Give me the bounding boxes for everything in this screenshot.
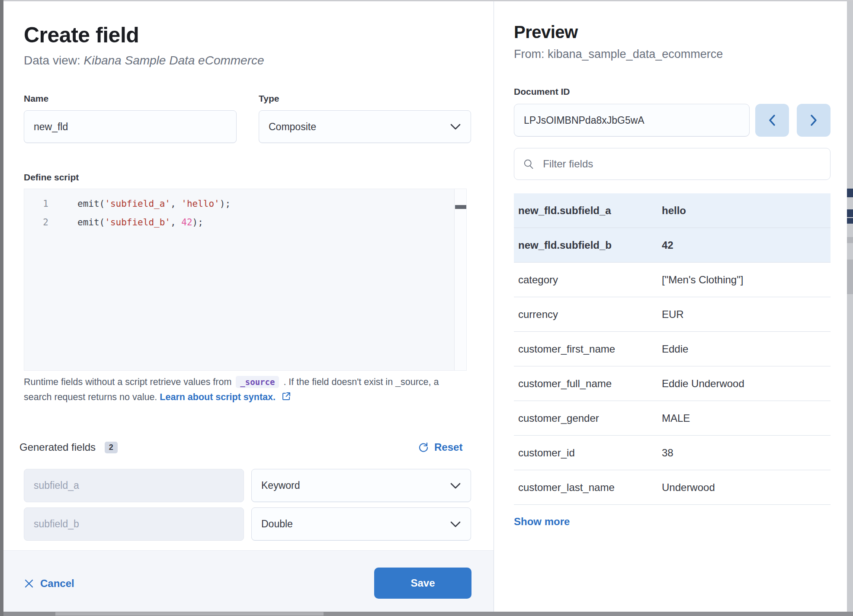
preview-row[interactable]: customer_full_name Eddie Underwood bbox=[514, 366, 831, 401]
preview-row[interactable]: customer_last_name Underwood bbox=[514, 470, 831, 505]
preview-field-value: 42 bbox=[662, 239, 826, 251]
source-code-chip: _source bbox=[236, 376, 279, 388]
scrollbar-thumb[interactable] bbox=[55, 612, 324, 616]
preview-field-name: customer_id bbox=[518, 447, 662, 459]
script-code-editor[interactable]: 1 emit('subfield_a', 'hello'); 2 emit('s… bbox=[24, 189, 467, 371]
preview-from-line: From: kibana_sample_data_ecommerce bbox=[514, 48, 723, 61]
generated-fields-heading: Generated fields 2 bbox=[19, 441, 118, 453]
generated-fields-count-badge: 2 bbox=[105, 442, 118, 453]
generated-field-name-input: subfield_a bbox=[24, 469, 244, 502]
page-right-edge bbox=[847, 1, 853, 612]
next-document-button[interactable] bbox=[797, 104, 831, 137]
reset-label: Reset bbox=[434, 441, 462, 453]
document-id-value[interactable] bbox=[524, 115, 740, 126]
preview-field-name: customer_last_name bbox=[518, 481, 662, 494]
generated-field-type-select[interactable]: Keyword bbox=[251, 469, 471, 502]
preview-field-value: MALE bbox=[662, 412, 826, 424]
preview-row[interactable]: customer_first_name Eddie bbox=[514, 332, 831, 366]
page-title: Create field bbox=[24, 22, 139, 48]
chevron-right-icon bbox=[809, 114, 818, 127]
code-token: ( bbox=[99, 217, 105, 228]
name-label: Name bbox=[24, 93, 48, 104]
preview-row[interactable]: customer_id 38 bbox=[514, 436, 831, 470]
reset-button[interactable]: Reset bbox=[418, 441, 462, 453]
editor-scrollbar-thumb[interactable] bbox=[455, 205, 466, 209]
preview-field-name: new_fld.subfield_b bbox=[518, 239, 662, 251]
code-token: ); bbox=[220, 199, 231, 209]
editor-scrollbar[interactable] bbox=[454, 189, 466, 370]
code-token: ( bbox=[99, 199, 105, 209]
chevron-down-icon bbox=[450, 482, 461, 489]
preview-title: Preview bbox=[514, 22, 578, 42]
show-more-link[interactable]: Show more bbox=[514, 516, 570, 528]
preview-row[interactable]: category ["Men's Clothing"] bbox=[514, 263, 831, 297]
preview-field-value: 38 bbox=[662, 447, 826, 459]
line-number: 1 bbox=[24, 199, 48, 209]
script-lines: 1 emit('subfield_a', 'hello'); 2 emit('s… bbox=[24, 189, 466, 231]
type-label: Type bbox=[259, 93, 279, 104]
generated-field-type: Keyword bbox=[261, 480, 300, 491]
preview-field-name: customer_full_name bbox=[518, 378, 662, 390]
code-token: , bbox=[170, 217, 181, 228]
document-id-label: Document ID bbox=[514, 87, 570, 97]
page-left-edge bbox=[0, 0, 3, 616]
horizontal-scrollbar[interactable] bbox=[3, 612, 853, 616]
refresh-icon bbox=[418, 442, 429, 453]
generated-field-name: subfield_a bbox=[34, 480, 79, 491]
field-name-input[interactable] bbox=[24, 110, 237, 143]
preview-field-name: category bbox=[518, 274, 662, 286]
preview-fields-table: new_fld.subfield_a hello new_fld.subfiel… bbox=[514, 193, 831, 505]
preview-row[interactable]: new_fld.subfield_b 42 bbox=[514, 228, 831, 263]
script-line: 1 emit('subfield_a', 'hello'); bbox=[24, 194, 466, 213]
preview-field-value: ["Men's Clothing"] bbox=[662, 274, 826, 286]
cancel-button[interactable]: Cancel bbox=[24, 578, 74, 590]
field-name-input-value[interactable] bbox=[34, 121, 227, 133]
preview-field-name: currency bbox=[518, 308, 662, 321]
document-id-input[interactable] bbox=[514, 104, 750, 137]
preview-field-value: Eddie Underwood bbox=[662, 378, 826, 390]
background-fragment bbox=[847, 260, 853, 294]
chevron-down-icon bbox=[450, 123, 461, 130]
background-fragment bbox=[847, 218, 853, 224]
line-number: 2 bbox=[24, 217, 48, 228]
generated-fields-label: Generated fields bbox=[19, 441, 96, 453]
field-type-select[interactable]: Composite bbox=[259, 110, 471, 143]
preview-field-name: new_fld.subfield_a bbox=[518, 205, 662, 217]
script-help-text: Runtime fields without a script retrieve… bbox=[24, 375, 462, 405]
data-view-name: Kibana Sample Data eCommerce bbox=[84, 54, 264, 67]
code-token: emit bbox=[77, 199, 99, 209]
help-text-before: Runtime fields without a script retrieve… bbox=[24, 377, 231, 387]
data-view-subtitle: Data view: Kibana Sample Data eCommerce bbox=[24, 54, 264, 67]
code-token: 'hello' bbox=[181, 199, 220, 209]
previous-document-button[interactable] bbox=[755, 104, 789, 137]
preview-row[interactable]: customer_gender MALE bbox=[514, 401, 831, 436]
generated-field-name-input: subfield_b bbox=[24, 507, 244, 541]
data-view-label: Data view: bbox=[24, 54, 84, 67]
code-token: 42 bbox=[181, 217, 192, 228]
define-script-label: Define script bbox=[24, 172, 79, 183]
generated-field-type-select[interactable]: Double bbox=[251, 507, 471, 541]
filter-fields-input[interactable] bbox=[514, 148, 831, 180]
save-label: Save bbox=[410, 577, 435, 589]
create-field-flyout: Create field Data view: Kibana Sample Da… bbox=[0, 0, 853, 616]
generated-field-name: subfield_b bbox=[34, 518, 79, 530]
code-token: 'subfield_a' bbox=[105, 199, 170, 209]
script-syntax-link[interactable]: Learn about script syntax. bbox=[160, 392, 276, 402]
background-fragment bbox=[847, 209, 853, 217]
filter-fields-text[interactable] bbox=[542, 157, 821, 170]
preview-field-value: EUR bbox=[662, 308, 826, 321]
preview-row[interactable]: new_fld.subfield_a hello bbox=[514, 193, 831, 228]
preview-field-value: Eddie bbox=[662, 343, 826, 355]
search-icon bbox=[523, 158, 534, 170]
generated-field-type: Double bbox=[261, 518, 293, 530]
preview-field-name: customer_gender bbox=[518, 412, 662, 424]
chevron-left-icon bbox=[767, 114, 777, 127]
field-type-value: Composite bbox=[269, 121, 316, 133]
external-link-icon bbox=[282, 391, 291, 401]
background-fragment bbox=[847, 237, 853, 243]
background-fragment bbox=[847, 189, 853, 197]
save-button[interactable]: Save bbox=[374, 568, 471, 599]
code-token: , bbox=[170, 199, 181, 209]
code-token: ); bbox=[192, 217, 203, 228]
preview-row[interactable]: currency EUR bbox=[514, 297, 831, 332]
